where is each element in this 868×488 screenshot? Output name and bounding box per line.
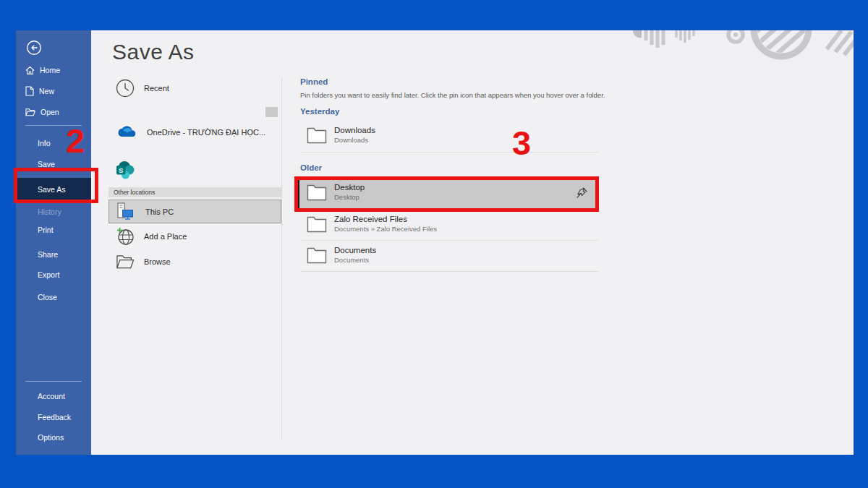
folder-name: Desktop — [334, 183, 365, 192]
back-button[interactable] — [26, 40, 42, 56]
sharepoint-icon: S — [116, 160, 135, 179]
sidebar-item-print[interactable]: Print — [38, 226, 54, 235]
folder-name: Documents — [334, 246, 376, 254]
onedrive-icon — [116, 123, 137, 142]
folder-item-downloads[interactable]: Downloads Downloads — [300, 124, 598, 151]
section-heading-older: Older — [300, 163, 322, 172]
place-add-a-place[interactable]: Add a Place — [116, 227, 187, 246]
sidebar-item-label: New — [39, 87, 54, 95]
browse-folder-icon — [116, 254, 135, 270]
sidebar-item-options[interactable]: Options — [38, 433, 64, 442]
folder-item-zalo-received-files[interactable]: Zalo Received Files Documents » Zalo Rec… — [300, 213, 598, 240]
sidebar-divider — [25, 381, 82, 382]
sidebar-item-save[interactable]: Save — [38, 160, 55, 169]
place-label: OneDrive - TRƯỜNG ĐẠI HỌC... — [147, 128, 265, 137]
folder-icon — [307, 127, 327, 144]
folder-name: Zalo Received Files — [334, 215, 437, 223]
scrollbar-thumb[interactable] — [265, 107, 278, 117]
sidebar-item-share[interactable]: Share — [38, 250, 58, 260]
place-label: Recent — [144, 84, 169, 93]
column-divider — [281, 77, 282, 439]
backstage-view: Home New Open Info Save Save As History … — [16, 30, 854, 455]
row-separator — [300, 240, 598, 241]
sidebar-item-home[interactable]: Home — [25, 64, 60, 76]
folder-text: Desktop Desktop — [334, 177, 365, 201]
open-folder-icon — [25, 108, 35, 116]
recent-folders-panel: Pinned Pin folders you want to easily fi… — [300, 30, 598, 455]
folder-path: Desktop — [334, 193, 365, 201]
folder-item-documents[interactable]: Documents Documents — [300, 244, 598, 271]
new-document-icon — [25, 86, 34, 96]
sidebar-item-label: Open — [41, 108, 59, 116]
sidebar-item-info[interactable]: Info — [38, 139, 51, 148]
app-window: Home New Open Info Save Save As History … — [0, 0, 868, 488]
place-label: Browse — [144, 257, 171, 266]
folder-icon — [307, 184, 327, 201]
place-this-pc[interactable]: This PC — [109, 200, 281, 223]
folder-icon — [307, 247, 327, 264]
folder-path: Downloads — [334, 136, 375, 144]
sidebar-item-label: Save As — [38, 185, 66, 194]
sidebar-item-open[interactable]: Open — [25, 106, 59, 118]
add-place-globe-icon — [116, 227, 135, 246]
section-heading-pinned: Pinned — [300, 77, 328, 86]
folder-path: Documents — [334, 256, 376, 264]
sidebar-divider — [25, 125, 82, 126]
folder-item-desktop[interactable]: Desktop Desktop — [298, 177, 598, 210]
decorative-pattern — [627, 30, 854, 62]
sidebar-item-history: History — [38, 207, 61, 217]
place-browse[interactable]: Browse — [116, 252, 171, 271]
sidebar-item-export[interactable]: Export — [38, 270, 59, 280]
place-sharepoint-site[interactable]: S — [116, 160, 135, 179]
folder-text: Zalo Received Files Documents » Zalo Rec… — [334, 213, 437, 233]
folder-text: Documents Documents — [334, 244, 376, 264]
pinned-description: Pin folders you want to easily find late… — [300, 91, 605, 99]
section-heading-yesterday: Yesterday — [300, 107, 339, 116]
sidebar-item-feedback[interactable]: Feedback — [38, 413, 71, 422]
folder-path: Documents » Zalo Received Files — [334, 225, 437, 233]
place-label: This PC — [145, 207, 174, 216]
folder-name: Downloads — [334, 126, 375, 134]
other-locations-label: Other locations — [109, 189, 155, 196]
place-onedrive[interactable]: OneDrive - TRƯỜNG ĐẠI HỌC... — [116, 123, 265, 142]
other-locations-header: Other locations — [109, 187, 281, 197]
backstage-sidebar: Home New Open Info Save Save As History … — [16, 30, 91, 455]
sidebar-item-save-as[interactable]: Save As — [16, 178, 91, 200]
folder-icon — [307, 215, 327, 233]
row-separator — [300, 152, 598, 153]
this-pc-icon — [115, 202, 134, 221]
sidebar-item-new[interactable]: New — [25, 85, 54, 97]
place-recent[interactable]: Recent — [116, 79, 169, 98]
sidebar-item-account[interactable]: Account — [38, 392, 65, 401]
row-separator — [300, 271, 598, 272]
home-icon — [25, 66, 35, 75]
page-title: Save As — [112, 40, 195, 64]
pin-icon[interactable] — [576, 187, 588, 199]
clock-icon — [116, 79, 135, 98]
back-arrow-icon — [26, 40, 42, 56]
sidebar-item-label: Home — [40, 66, 60, 74]
sidebar-item-close[interactable]: Close — [38, 293, 57, 302]
folder-text: Downloads Downloads — [334, 124, 375, 144]
place-label: Add a Place — [144, 232, 187, 241]
svg-text:S: S — [119, 166, 123, 174]
